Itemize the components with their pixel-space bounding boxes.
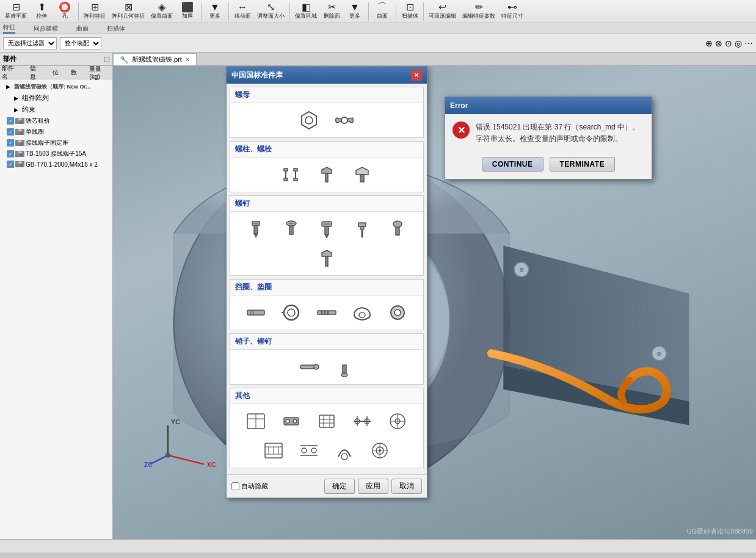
other5-icon[interactable] bbox=[382, 409, 413, 433]
auto-hide-checkbox[interactable] bbox=[231, 482, 239, 490]
btn-edit-feature[interactable]: ✏ 编辑特征参数 bbox=[460, 1, 498, 21]
other9-icon[interactable] bbox=[365, 438, 395, 463]
error-icon: ✕ bbox=[453, 121, 470, 139]
3d-model-svg: ⊕ ⊕ ZC XC YC bbox=[113, 66, 756, 539]
category-ring: 挡圈、垫圈 bbox=[230, 279, 424, 330]
pin1-icon[interactable] bbox=[294, 355, 324, 379]
svg-point-21 bbox=[341, 117, 347, 123]
other6-icon[interactable] bbox=[258, 438, 289, 463]
btn-fit-surface[interactable]: ◈ 偏置曲面 bbox=[148, 1, 175, 21]
tree-item-0[interactable]: ▶ 新螺线管磁铁（顺序: New Or... bbox=[2, 81, 111, 92]
cb-6[interactable] bbox=[7, 150, 14, 158]
screw6-icon[interactable] bbox=[311, 246, 342, 270]
tree-item-5[interactable]: 📦 接线端子固定座 bbox=[2, 137, 111, 148]
stud-icon[interactable] bbox=[276, 162, 307, 187]
btn-blend[interactable]: ⌒ 曲面 bbox=[371, 1, 393, 21]
btn-base-plane[interactable]: ⊟ 基准平面 bbox=[2, 1, 29, 21]
btn-scroll-edit[interactable]: ↩ 可回滚编辑 bbox=[426, 1, 459, 21]
screw5-icon[interactable] bbox=[382, 217, 413, 241]
svg-rect-34 bbox=[254, 225, 258, 234]
cb-5[interactable] bbox=[7, 139, 14, 147]
washer1-icon[interactable] bbox=[347, 300, 377, 325]
cancel-button[interactable]: 取消 bbox=[391, 479, 422, 494]
auto-hide-checkbox-wrapper[interactable]: 自动隐藏 bbox=[231, 482, 268, 491]
bolt2-icon[interactable] bbox=[347, 162, 377, 187]
tab-close-btn[interactable]: ✕ bbox=[185, 56, 190, 63]
china-lib-close[interactable]: × bbox=[411, 70, 422, 81]
assembly-select[interactable]: 整个装配 bbox=[60, 37, 101, 49]
scan-icon: ⊡ bbox=[406, 2, 414, 12]
toolbar-icon-4[interactable]: ◎ bbox=[735, 38, 742, 48]
btn-resize[interactable]: ⤡ 调整面大小 bbox=[255, 1, 287, 21]
tree-item-3[interactable]: 📦 铁芯租价 bbox=[2, 115, 111, 126]
filter-select[interactable]: 无选择过滤器 bbox=[3, 37, 57, 49]
tree-item-4[interactable]: 📦 单线圈 bbox=[2, 126, 111, 137]
apply-button[interactable]: 应用 bbox=[358, 479, 388, 494]
toolbar-icon-2[interactable]: ⊗ bbox=[715, 38, 722, 48]
column-headers: 部件名 信息 位 数 重量 (kg) bbox=[0, 66, 112, 79]
btn-more-feature[interactable]: ▼ 更多 bbox=[204, 1, 226, 21]
btn-special-size[interactable]: ⊷ 特征尺寸 bbox=[499, 1, 526, 21]
hex-nut-icon[interactable] bbox=[294, 108, 324, 132]
btn-hole[interactable]: ⭕ 孔 bbox=[54, 1, 76, 21]
tree-item-1[interactable]: ▶ 组件阵列 bbox=[2, 92, 111, 104]
cb-4[interactable] bbox=[7, 128, 14, 136]
part-tree: ▶ 新螺线管磁铁（顺序: New Or... ▶ 组件阵列 ▶ 约束 📦 铁芯租… bbox=[0, 79, 112, 539]
tab-main[interactable]: 🔧 新螺线管磁铁.prt ✕ bbox=[113, 53, 197, 65]
btn-more-sync[interactable]: ▼ 更多 bbox=[344, 1, 366, 21]
screw2-icon[interactable] bbox=[276, 217, 307, 241]
tree-item-2[interactable]: ▶ 约束 bbox=[2, 104, 111, 115]
filter-bar: 无选择过滤器 整个装配 ⊕ ⊗ ⊙ ◎ ⋯ bbox=[0, 34, 756, 53]
resize-icon: ⤡ bbox=[267, 2, 275, 12]
btn-scan[interactable]: ⊡ 扫描体 bbox=[399, 1, 421, 21]
array-geo-label: 阵列几何特征 bbox=[112, 12, 145, 20]
svg-marker-19 bbox=[302, 112, 316, 129]
svg-text:⊕: ⊕ bbox=[656, 350, 661, 357]
btn-array-feature[interactable]: ⊞ 阵列特征 bbox=[81, 1, 108, 21]
btn-region[interactable]: ◧ 偏置区域 bbox=[293, 1, 319, 21]
btn-array-geo[interactable]: ⊠ 阵列几何特征 bbox=[109, 1, 147, 21]
other2-icon[interactable] bbox=[276, 409, 307, 433]
col-num: 数 bbox=[71, 68, 77, 77]
cb-7[interactable] bbox=[7, 161, 14, 168]
tab-bar: 🔧 新螺线管磁铁.prt ✕ bbox=[113, 53, 756, 66]
viewport[interactable]: ⊕ ⊕ ZC XC YC bbox=[113, 66, 756, 539]
continue-button[interactable]: CONTINUE bbox=[482, 157, 543, 172]
toolbar-icon-5[interactable]: ⋯ bbox=[744, 38, 753, 48]
screw1-icon[interactable] bbox=[241, 217, 271, 241]
btn-move-face[interactable]: ↔ 移动面 bbox=[231, 1, 253, 21]
rivet1-icon[interactable] bbox=[329, 355, 360, 379]
ok-button[interactable]: 确定 bbox=[324, 479, 355, 494]
other1-icon[interactable] bbox=[241, 409, 271, 433]
panel-max-icon[interactable]: □ bbox=[104, 54, 109, 64]
other3-icon[interactable] bbox=[311, 409, 342, 433]
btn-delete-face[interactable]: ✂ 删除面 bbox=[321, 1, 343, 21]
hole-label: 孔 bbox=[62, 12, 68, 20]
other8-icon[interactable] bbox=[329, 438, 360, 463]
tree-item-7[interactable]: 📦 GB-T70.1-2000,M4x16 x 2 bbox=[2, 159, 111, 169]
tree-item-6[interactable]: 📦 TB-1503 接线端子15A bbox=[2, 148, 111, 159]
retainer3-icon[interactable] bbox=[311, 300, 342, 325]
array-geo-icon: ⊠ bbox=[125, 2, 133, 12]
expand-icon-2: ▶ bbox=[12, 106, 20, 114]
other7-icon[interactable] bbox=[294, 438, 324, 463]
toolbar-icon-3[interactable]: ⊙ bbox=[725, 38, 732, 48]
wing-nut-icon[interactable] bbox=[329, 108, 360, 132]
screw3-icon[interactable] bbox=[311, 217, 342, 241]
pull-label: 拉伸 bbox=[36, 12, 47, 20]
auto-hide-label: 自动隐藏 bbox=[241, 482, 268, 491]
btn-pull[interactable]: ⬆ 拉伸 bbox=[31, 1, 53, 21]
btn-add[interactable]: ⬛ 加厚 bbox=[176, 1, 198, 21]
retainer1-icon[interactable] bbox=[241, 300, 271, 325]
washer2-icon[interactable] bbox=[382, 300, 413, 325]
toolbar-icon-1[interactable]: ⊕ bbox=[705, 38, 713, 48]
screw4-icon[interactable] bbox=[347, 217, 377, 241]
part-indicator-7: 📦 bbox=[15, 161, 24, 167]
item-6-label: TB-1503 接线端子15A bbox=[26, 150, 86, 158]
cb-3[interactable] bbox=[7, 117, 14, 125]
other4-icon[interactable] bbox=[347, 409, 377, 433]
bolt1-icon[interactable] bbox=[311, 162, 342, 187]
retainer2-icon[interactable] bbox=[276, 300, 307, 325]
terminate-button[interactable]: TERMINATE bbox=[550, 157, 616, 172]
svg-point-53 bbox=[284, 305, 299, 320]
